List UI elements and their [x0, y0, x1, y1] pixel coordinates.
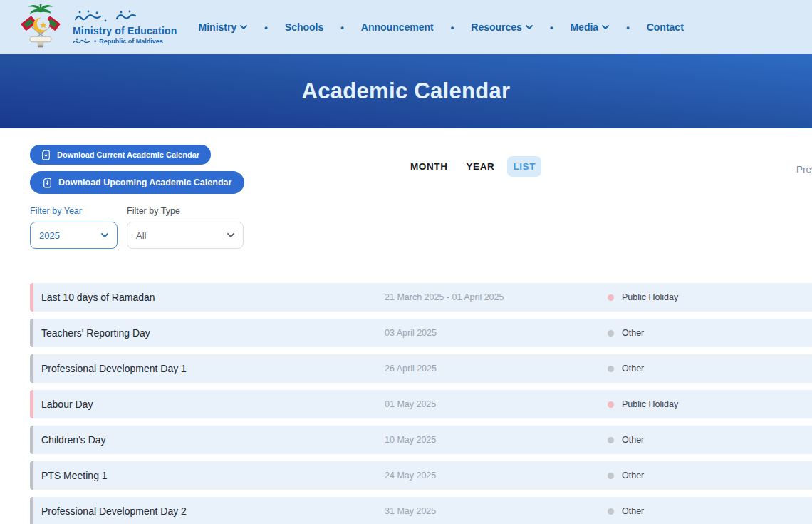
event-type: Public Holiday [608, 292, 678, 302]
event-type-dot-icon [608, 294, 614, 301]
event-date: 01 May 2025 [385, 399, 436, 409]
event-type-label: Other [622, 328, 644, 338]
nav-item-media[interactable]: Media [570, 21, 609, 33]
event-row[interactable]: Professional Development Day 1 26 April … [30, 354, 812, 383]
event-title: Professional Development Day 2 [41, 505, 187, 517]
event-type-dot-icon [608, 330, 614, 337]
event-accent-bar [30, 283, 33, 312]
nav-bullet: • [550, 22, 553, 33]
event-date: 10 May 2025 [385, 435, 436, 445]
chevron-down-icon [227, 233, 234, 237]
event-date: 26 April 2025 [385, 364, 437, 374]
nav-item-announcement[interactable]: Announcement [361, 21, 434, 33]
download-upcoming-calendar-button[interactable]: Download Upcoming Academic Calendar [30, 171, 244, 194]
page: Ministry of Education • Republic of Mald… [0, 0, 812, 524]
type-select[interactable]: All [127, 222, 244, 249]
event-type: Public Holiday [608, 399, 678, 409]
event-type-label: Other [622, 471, 644, 481]
event-row[interactable]: Labour Day 01 May 2025 Public Holiday [30, 390, 812, 418]
event-type: Other [608, 364, 644, 374]
event-accent-bar [30, 390, 33, 418]
event-type: Other [608, 328, 644, 338]
event-date: 21 March 2025 - 01 April 2025 [385, 292, 504, 302]
filter-by-year: Filter by Year 2025 [30, 206, 118, 249]
nav-item-schools[interactable]: Schools [285, 21, 323, 33]
event-type-label: Public Holiday [622, 292, 678, 302]
chevron-down-icon [602, 25, 609, 29]
nav-item-contact[interactable]: Contact [647, 21, 684, 33]
event-accent-bar [30, 426, 33, 454]
event-row[interactable]: Professional Development Day 2 31 May 20… [30, 497, 812, 524]
nav-bullet: • [264, 22, 268, 33]
event-title: PTS Meeting 1 [41, 470, 108, 481]
filters: Filter by Year 2025 Filter by Type All [30, 206, 244, 249]
country-line: • Republic of Maldives [73, 38, 177, 45]
country-name: Republic of Maldives [99, 38, 163, 45]
event-accent-bar [30, 354, 33, 383]
filter-by-type: Filter by Type All [127, 206, 244, 249]
main-nav: Ministry • Schools • Announcement • Reso… [199, 21, 684, 33]
event-row[interactable]: Last 10 days of Ramadan 21 March 2025 - … [30, 283, 812, 312]
nav-item-ministry[interactable]: Ministry [199, 21, 248, 33]
view-tab-year[interactable]: YEAR [461, 156, 501, 177]
event-type-label: Other [622, 506, 644, 516]
event-type-label: Other [622, 435, 644, 445]
event-type-dot-icon [608, 473, 614, 479]
chevron-down-icon [526, 25, 533, 29]
chevron-down-icon [240, 25, 247, 29]
event-title: Last 10 days of Ramadan [41, 292, 155, 303]
year-select-value: 2025 [39, 230, 60, 241]
download-current-calendar-button[interactable]: Download Current Academic Calendar [30, 145, 211, 165]
event-list: Last 10 days of Ramadan 21 March 2025 - … [30, 283, 812, 524]
chevron-down-icon [101, 233, 108, 237]
file-download-icon [41, 150, 51, 160]
event-row[interactable]: PTS Meeting 1 24 May 2025 Other [30, 461, 812, 490]
event-type-dot-icon [608, 366, 614, 372]
nav-bullet: • [340, 22, 344, 33]
event-date: 24 May 2025 [385, 471, 436, 481]
event-type: Other [608, 435, 644, 445]
filter-type-label: Filter by Type [127, 206, 244, 216]
view-tab-month[interactable]: MONTH [405, 156, 454, 177]
ministry-name: Ministry of Education [73, 25, 177, 36]
event-date: 31 May 2025 [385, 506, 436, 516]
filter-year-label: Filter by Year [30, 206, 118, 216]
nav-bullet: • [626, 22, 630, 33]
event-row[interactable]: Children's Day 10 May 2025 Other [30, 426, 812, 454]
event-type-label: Other [622, 364, 644, 374]
event-title: Labour Day [41, 399, 93, 410]
event-type-dot-icon [608, 508, 614, 515]
event-type-dot-icon [608, 437, 614, 443]
calendar-view-toggle: MONTH YEAR LIST [405, 156, 541, 177]
event-title: Teachers' Reporting Day [41, 327, 150, 339]
file-download-icon [43, 178, 52, 188]
event-type: Other [608, 506, 644, 516]
page-title: Academic Calendar [302, 78, 511, 104]
brand-text: Ministry of Education • Republic of Mald… [73, 9, 177, 45]
prev-button[interactable]: Prev [796, 164, 812, 175]
nav-bullet: • [451, 22, 454, 33]
event-title: Professional Development Day 1 [41, 363, 187, 374]
year-select[interactable]: 2025 [30, 222, 118, 249]
event-type: Other [608, 471, 644, 481]
event-type-dot-icon [608, 401, 614, 408]
ministry-logo[interactable]: Ministry of Education • Republic of Mald… [19, 3, 177, 51]
event-accent-bar [30, 461, 33, 490]
event-accent-bar [30, 319, 33, 347]
event-accent-bar [30, 497, 33, 524]
type-select-value: All [136, 230, 146, 241]
view-tab-list[interactable]: LIST [507, 156, 541, 177]
thaana-script-title [73, 9, 138, 24]
maldives-emblem-icon [19, 3, 63, 51]
event-row[interactable]: Teachers' Reporting Day 03 April 2025 Ot… [30, 319, 812, 347]
event-title: Children's Day [41, 434, 106, 446]
event-date: 03 April 2025 [385, 328, 437, 338]
hero-banner: Academic Calendar [0, 54, 812, 128]
nav-item-resources[interactable]: Resources [471, 21, 533, 33]
thaana-script-subtitle [73, 38, 91, 45]
country-separator: • [94, 38, 96, 45]
event-type-label: Public Holiday [622, 399, 678, 409]
top-navigation-bar: Ministry of Education • Republic of Mald… [0, 0, 812, 54]
